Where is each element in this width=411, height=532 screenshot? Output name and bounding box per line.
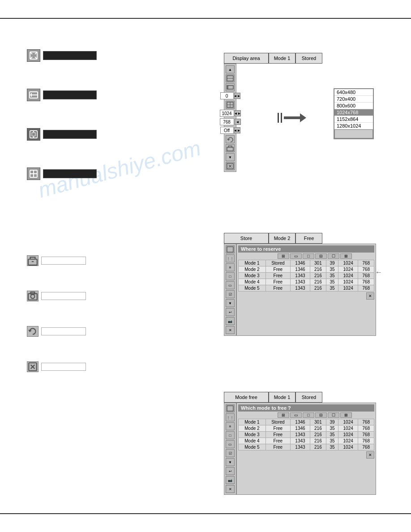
store-sb-rect[interactable]: ▭: [226, 281, 235, 289]
display-area-button[interactable]: Display area: [224, 53, 269, 64]
res-item-800[interactable]: 800x600: [334, 103, 373, 109]
arrow-down-icon[interactable]: ▼: [226, 153, 235, 161]
mf-table-row[interactable]: Mode 2Free1346216351024768: [239, 425, 374, 432]
mf-sb-quit[interactable]: ✕: [226, 485, 235, 493]
left-bottom-2[interactable]: [27, 326, 86, 337]
h-count-icon[interactable]: [226, 83, 235, 91]
res-item-1152[interactable]: 1152x864: [334, 116, 373, 123]
left-item-0[interactable]: [27, 49, 97, 62]
mf-sb-rect[interactable]: ▭: [226, 440, 235, 448]
store-free-button[interactable]: Free: [295, 233, 322, 244]
bottom-border: [0, 513, 411, 514]
store-data-table: Mode 1Stored1346301391024768Mode 2Free13…: [238, 260, 374, 292]
where-to-reserve-label: Where to reserve: [238, 245, 374, 253]
store-sb-quit[interactable]: ✕: [226, 326, 235, 334]
store-sb-cam[interactable]: 📷: [226, 317, 235, 325]
value-arrow-btn[interactable]: ◄►: [234, 93, 240, 99]
modefree-panel-header: Mode free Mode 1 Stored: [224, 392, 376, 403]
svg-rect-29: [227, 147, 233, 151]
left-bottom-0[interactable]: [27, 255, 86, 266]
store-mode2-button[interactable]: Mode 2: [269, 233, 295, 244]
res-scrollbar[interactable]: [334, 129, 373, 138]
mf-quit-icon[interactable]: ✕: [366, 451, 374, 459]
item-bar-1: [43, 90, 97, 99]
height-arrow-btn[interactable]: ◄: [235, 119, 241, 125]
store-button[interactable]: Store: [224, 233, 269, 244]
modefree-table-area: Which mode to free ? ⊞ ▭ □ ⊟ ☐ ⊠ Mode 1S…: [236, 403, 376, 495]
svg-point-17: [31, 295, 35, 299]
mf-table-row[interactable]: Mode 5Free1343216351024768: [239, 444, 374, 450]
modefree-stored-button[interactable]: Stored: [295, 392, 322, 403]
undo2-icon[interactable]: [226, 135, 235, 143]
mf-table-row[interactable]: Mode 1Stored1346301391024768: [239, 419, 374, 425]
store-sb-undo[interactable]: ↩: [226, 308, 235, 316]
full-screen-icon: [27, 49, 40, 62]
mf-sb-screen[interactable]: [226, 404, 235, 412]
store-table-row[interactable]: Mode 3Free1343216351024768: [239, 273, 374, 279]
store2-icon[interactable]: [226, 144, 235, 152]
mf-sb-check[interactable]: ☑: [226, 449, 235, 457]
left-item-1[interactable]: [27, 89, 97, 101]
store-panel-sidebar: ⋮⋮ ≡ □ ▭ ☑ ▼ ↩ 📷 ✕: [224, 244, 236, 336]
mf-col-icon-3: □: [303, 412, 314, 418]
res-item-1280[interactable]: 1280x1024: [334, 123, 373, 129]
mf-col-icon-1: ⊞: [278, 412, 289, 418]
undo-label-bar: [41, 327, 86, 335]
mf-table-row[interactable]: Mode 3Free1343216351024768: [239, 432, 374, 438]
mf-col-icon-6: ⊠: [340, 412, 352, 418]
up-arrow-icon[interactable]: ▲: [226, 65, 235, 73]
res-item-720[interactable]: 720x400: [334, 96, 373, 103]
mf-col-icon-5: ☐: [328, 412, 339, 418]
h-adjust-icon: [27, 89, 40, 101]
modefree-panel-sidebar: ⋮⋮ ≡ □ ▭ ☑ ▼ ↩ 📷 ✕: [224, 403, 236, 495]
store-table-area: Where to reserve ⊞ ▭ □ ⊟ ☐ ⊠ Mode 1Store…: [236, 244, 376, 336]
left-item-2[interactable]: [27, 128, 97, 141]
mf-sb-box[interactable]: □: [226, 431, 235, 439]
mf-sb-undo[interactable]: ↩: [226, 467, 235, 475]
store-sb-vlines[interactable]: ≡: [226, 263, 235, 271]
store-sb-down[interactable]: ▼: [226, 299, 235, 307]
arrow-indicator: [278, 113, 306, 123]
svg-rect-18: [31, 292, 35, 294]
item-bar-2: [43, 130, 97, 139]
store-table-row[interactable]: Mode 4Free1343216351024768: [239, 279, 374, 285]
width-1024-display: 1024: [220, 110, 234, 117]
mode1-button[interactable]: Mode 1: [269, 53, 295, 64]
store-quit-icon[interactable]: ✕: [366, 292, 374, 300]
stored-button[interactable]: Stored: [295, 53, 322, 64]
item-bar-3: [43, 169, 97, 178]
grid-icon[interactable]: [226, 101, 235, 109]
left-bottom-rows: [27, 255, 86, 372]
store-sb-check[interactable]: ☑: [226, 290, 235, 298]
store-table-row[interactable]: Mode 1Stored1346301391024768: [239, 260, 374, 266]
store-table-row[interactable]: Mode 2Free1346216351024768: [239, 266, 374, 273]
store-sb-screen[interactable]: [226, 245, 235, 253]
mf-table-row[interactable]: Mode 4Free1343216351024768: [239, 438, 374, 444]
left-bottom-1[interactable]: [27, 291, 86, 301]
width-arrow-btn[interactable]: ◄►: [235, 110, 241, 116]
svg-rect-34: [227, 406, 233, 411]
res-item-1024[interactable]: 1024x768: [334, 109, 373, 116]
mf-sb-down[interactable]: ▼: [226, 458, 235, 466]
res-item-640[interactable]: 640x480: [334, 89, 373, 96]
resolution-dropdown[interactable]: 640x480 720x400 800x600 1024x768 1152x86…: [334, 88, 374, 139]
modefree-mode1-button[interactable]: Mode 1: [269, 392, 295, 403]
modefree-button[interactable]: Mode free: [224, 392, 269, 403]
screen-h-icon[interactable]: [226, 74, 235, 82]
col-icon-1: ⊞: [278, 253, 289, 259]
mf-sb-cam[interactable]: 📷: [226, 476, 235, 484]
store-table-row[interactable]: Mode 5Free1343216351024768: [239, 285, 374, 292]
par-line-2: [281, 113, 282, 123]
mf-col-icon-2: ▭: [290, 412, 302, 418]
mf-col-icon-4: ⊟: [315, 412, 327, 418]
which-mode-label: Which mode to free ?: [238, 404, 374, 412]
left-bottom-3[interactable]: [27, 361, 86, 372]
mf-sb-vlines[interactable]: ≡: [226, 422, 235, 430]
off-arrow-btn[interactable]: ◄►: [234, 127, 240, 133]
store-sb-box[interactable]: □: [226, 272, 235, 280]
quit2-icon[interactable]: [226, 162, 235, 170]
store-sb-grid[interactable]: ⋮⋮: [226, 254, 235, 262]
left-item-3[interactable]: [27, 167, 97, 180]
off-display: Off: [220, 127, 234, 134]
mf-sb-grid[interactable]: ⋮⋮: [226, 413, 235, 421]
